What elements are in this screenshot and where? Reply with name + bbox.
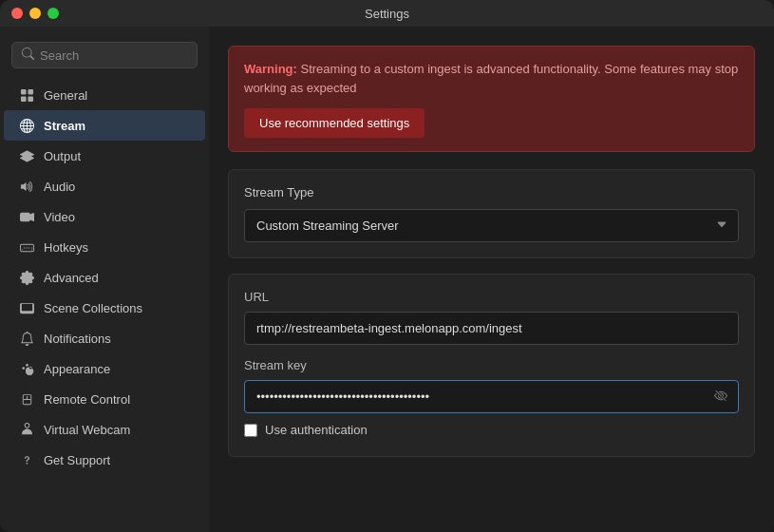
url-section: URL Stream key Use authentication [228, 274, 755, 457]
warning-label: Warning: [244, 62, 297, 76]
sidebar-item-virtual-webcam[interactable]: Virtual Webcam [4, 414, 205, 445]
stream-type-select[interactable]: Custom Streaming Server Streaming Servic… [244, 209, 739, 242]
sidebar-item-hotkeys[interactable]: Hotkeys [4, 232, 205, 262]
stream-type-section: Stream Type Custom Streaming Server Stre… [228, 169, 755, 258]
search-input[interactable] [40, 48, 187, 63]
minimize-button[interactable] [29, 8, 41, 19]
advanced-icon [19, 270, 34, 285]
globe-icon [19, 118, 34, 133]
close-button[interactable] [11, 8, 23, 19]
sidebar-item-notifications[interactable]: Notifications [4, 323, 205, 353]
search-box[interactable] [11, 42, 198, 68]
warning-message: Streaming to a custom ingest is advanced… [244, 62, 738, 95]
sidebar-item-appearance[interactable]: Appearance [4, 353, 205, 384]
sidebar-item-label: Appearance [44, 362, 110, 376]
video-icon [19, 209, 34, 224]
sidebar-item-get-support[interactable]: Get Support [4, 445, 205, 475]
stream-key-input[interactable] [244, 380, 739, 413]
stream-key-label: Stream key [244, 358, 739, 372]
remote-icon [19, 391, 34, 407]
titlebar: Settings [0, 0, 774, 27]
warning-text: Warning: Streaming to a custom ingest is… [244, 60, 739, 97]
audio-icon [19, 179, 34, 194]
sidebar-item-label: Notifications [44, 332, 111, 346]
sidebar-item-label: Video [44, 210, 75, 224]
search-container [0, 36, 209, 80]
maximize-button[interactable] [47, 8, 59, 19]
appearance-icon [19, 361, 34, 376]
toggle-visibility-button[interactable] [712, 387, 729, 407]
sidebar-item-label: Hotkeys [44, 240, 88, 255]
sidebar-item-label: Advanced [44, 271, 99, 285]
sidebar-item-remote-control[interactable]: Remote Control [4, 384, 205, 414]
sidebar-item-label: Stream [44, 119, 85, 133]
use-auth-label[interactable]: Use authentication [265, 423, 368, 437]
sidebar-item-stream[interactable]: Stream [4, 110, 205, 141]
stream-type-select-container: Custom Streaming Server Streaming Servic… [244, 209, 739, 242]
search-icon [22, 48, 34, 63]
bell-icon [19, 331, 34, 346]
sidebar-item-label: Remote Control [44, 392, 130, 407]
support-icon [19, 452, 34, 467]
use-recommended-button[interactable]: Use recommended settings [244, 108, 425, 138]
window-controls[interactable] [11, 8, 59, 19]
sidebar-item-advanced[interactable]: Advanced [4, 262, 205, 293]
sidebar-item-video[interactable]: Video [4, 201, 205, 232]
sidebar: General Stream Output [0, 27, 209, 532]
content-area: Warning: Streaming to a custom ingest is… [209, 27, 774, 532]
sidebar-item-label: General [44, 88, 87, 103]
stream-key-container [244, 380, 739, 413]
window-title: Settings [365, 7, 409, 21]
warning-box: Warning: Streaming to a custom ingest is… [228, 46, 755, 152]
scene-icon [19, 300, 34, 315]
url-label: URL [244, 290, 739, 304]
sidebar-item-label: Virtual Webcam [44, 423, 130, 437]
layers-icon [19, 148, 34, 163]
hotkeys-icon [19, 239, 34, 255]
sidebar-item-label: Get Support [44, 453, 110, 467]
sidebar-item-label: Audio [44, 180, 75, 194]
sidebar-item-label: Output [44, 149, 81, 163]
sidebar-item-general[interactable]: General [4, 80, 205, 110]
sidebar-item-output[interactable]: Output [4, 141, 205, 171]
sidebar-item-label: Scene Collections [44, 301, 142, 315]
sidebar-item-scene-collections[interactable]: Scene Collections [4, 293, 205, 323]
sidebar-item-audio[interactable]: Audio [4, 171, 205, 201]
use-auth-checkbox[interactable] [244, 424, 257, 437]
use-auth-row: Use authentication [244, 413, 739, 441]
webcam-icon [19, 422, 34, 437]
main-layout: General Stream Output [0, 27, 774, 532]
url-input[interactable] [244, 312, 739, 345]
eye-off-icon [714, 389, 727, 402]
stream-type-label: Stream Type [244, 185, 739, 200]
grid-icon [19, 87, 34, 103]
